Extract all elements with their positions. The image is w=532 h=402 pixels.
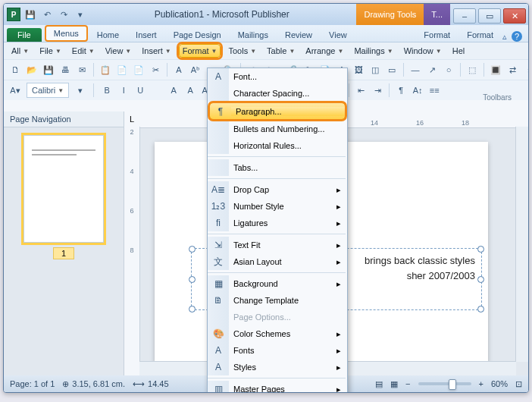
context-tab-drawing-tools[interactable]: Drawing Tools — [356, 4, 424, 25]
toolbar1-btn-11[interactable]: A — [172, 63, 186, 77]
format-menu-item-fonts[interactable]: AFonts▸ — [208, 342, 347, 359]
toolbar2-btn-22[interactable]: ≡≡ — [427, 83, 441, 97]
menu-file[interactable]: File▼ — [36, 45, 64, 57]
qat-undo-icon[interactable]: ↶ — [40, 8, 54, 21]
tab-home[interactable]: Home — [89, 28, 127, 42]
toolbar2-btn-5[interactable]: A — [183, 83, 197, 97]
toolbar2-btn-21[interactable]: A↕ — [411, 83, 424, 97]
toolbar1-right-btn-12[interactable]: ⬚ — [465, 63, 479, 77]
menu-arrange[interactable]: Arrange▼ — [302, 45, 346, 57]
toolbar2-btn-0[interactable]: B — [100, 83, 114, 97]
toolbar2-btn-18[interactable]: ⇥ — [371, 83, 384, 97]
context-tab-text[interactable]: T... — [424, 4, 450, 25]
minimize-button[interactable]: – — [453, 8, 476, 24]
menu-mailings[interactable]: Mailings▼ — [351, 45, 396, 57]
format-menu-item-background[interactable]: ▦Background▸ — [208, 275, 347, 292]
toolbar1-btn-7[interactable]: 📄 — [115, 63, 129, 77]
close-button[interactable]: ✕ — [503, 8, 526, 24]
context-subtab-format-2[interactable]: Format — [459, 28, 501, 42]
format-menu-item-tabs[interactable]: Tabs... — [208, 159, 347, 176]
tab-review[interactable]: Review — [277, 28, 320, 42]
format-menu-item-ligatures[interactable]: fiLigatures▸ — [208, 215, 347, 231]
font-size-dropdown[interactable]: ▾ — [74, 83, 87, 97]
status-page[interactable]: Page: 1 of 1 — [10, 379, 55, 388]
menu-format[interactable]: Format▼ — [179, 44, 221, 58]
toolbar2-btn-3[interactable] — [150, 83, 164, 97]
toolbar1-btn-9[interactable]: ✂ — [149, 63, 162, 77]
ruler-corner-icon[interactable]: L — [124, 111, 140, 127]
qat-more-icon[interactable]: ▾ — [74, 8, 87, 21]
toolbar2-btn-17[interactable]: ⇤ — [354, 83, 368, 97]
format-menu-item-paragraph[interactable]: ¶Paragraph... — [209, 102, 346, 120]
resize-handle[interactable] — [477, 306, 484, 312]
view-spread-icon[interactable]: ▦ — [390, 379, 398, 389]
toolbar1-right-btn-14[interactable]: 🔳 — [489, 63, 502, 77]
toolbar1-btn-4[interactable]: ✉ — [75, 63, 89, 77]
format-menu-item-horizontal-rules[interactable]: Horizontal Rules... — [208, 137, 347, 154]
toolbar2-btn-1[interactable]: I — [117, 83, 130, 97]
toolbar1-btn-0[interactable]: 🗋 — [8, 63, 22, 77]
toolbar1-right-btn-5[interactable]: ◫ — [368, 63, 382, 77]
toolbar1-right-btn-15[interactable]: ⇄ — [505, 63, 519, 77]
resize-handle[interactable] — [189, 306, 196, 312]
toolbar1-btn-1[interactable]: 📂 — [25, 63, 39, 77]
qat-save-icon[interactable]: 💾 — [23, 8, 37, 21]
tab-page-design[interactable]: Page Design — [166, 28, 229, 42]
resize-handle[interactable] — [189, 276, 196, 283]
format-menu-item-font[interactable]: AFont... — [208, 68, 347, 85]
toolbar1-btn-2[interactable]: 💾 — [42, 63, 55, 77]
menu-view[interactable]: View▼ — [102, 45, 135, 57]
toolbar1-btn-8[interactable]: 📄 — [132, 63, 146, 77]
maximize-button[interactable]: ▭ — [478, 8, 501, 24]
app-icon[interactable]: P — [7, 8, 20, 21]
tab-mailings[interactable]: Mailings — [230, 28, 276, 42]
resize-handle[interactable] — [477, 276, 484, 283]
view-single-icon[interactable]: ▤ — [375, 379, 383, 389]
page-thumbnail[interactable] — [23, 135, 104, 243]
zoom-slider[interactable] — [418, 382, 471, 385]
menu-insert[interactable]: Insert▼ — [139, 45, 174, 57]
menu-tools[interactable]: Tools▼ — [225, 45, 259, 57]
menu-window[interactable]: Window▼ — [401, 45, 445, 57]
toolbar1-right-btn-8[interactable]: — — [408, 63, 422, 77]
format-menu-item-bullets-and-numbering[interactable]: Bullets and Numbering... — [208, 121, 347, 137]
toolbar1-btn-12[interactable]: Aᵇ — [189, 63, 202, 77]
toolbar1-btn-6[interactable]: 📋 — [99, 63, 112, 77]
toolbar1-right-btn-10[interactable]: ○ — [442, 63, 455, 77]
toolbar1-right-btn-9[interactable]: ↗ — [425, 63, 439, 77]
zoom-fit-icon[interactable]: ⊡ — [515, 379, 522, 389]
ribbon-minimize-icon[interactable]: ▵ — [502, 32, 507, 42]
toolbar1-right-btn-4[interactable]: 🖼 — [352, 63, 365, 77]
format-menu-item-change-template[interactable]: 🗎Change Template — [208, 292, 347, 309]
format-menu-item-color-schemes[interactable]: 🎨Color Schemes▸ — [208, 325, 347, 342]
zoom-out-button[interactable]: − — [405, 379, 410, 388]
context-subtab-format-1[interactable]: Format — [416, 28, 458, 42]
format-menu-item-character-spacing[interactable]: Character Spacing... — [208, 85, 347, 102]
format-menu-item-number-style[interactable]: 1₂3Number Style▸ — [208, 198, 347, 215]
format-menu-item-asian-layout[interactable]: 文Asian Layout▸ — [208, 253, 347, 270]
tab-file[interactable]: File — [7, 28, 42, 42]
format-menu-item-text-fit[interactable]: ⇲Text Fit▸ — [208, 237, 347, 253]
qat-redo-icon[interactable]: ↷ — [57, 8, 70, 21]
resize-handle[interactable] — [189, 246, 196, 253]
menu-edit[interactable]: Edit▼ — [69, 45, 98, 57]
format-menu-item-drop-cap[interactable]: A≣Drop Cap▸ — [208, 181, 347, 198]
resize-handle[interactable] — [477, 246, 484, 253]
font-name-box[interactable]: Calibri ▼ — [27, 83, 69, 98]
menu-all[interactable]: All▼ — [8, 45, 32, 57]
toolbar2-btn-4[interactable]: A — [167, 83, 180, 97]
toolbar1-right-btn-16[interactable]: ↕ — [522, 63, 529, 77]
zoom-percent[interactable]: 60% — [491, 379, 508, 388]
toolbar2-btn-20[interactable]: ¶ — [394, 83, 408, 97]
tab-insert[interactable]: Insert — [128, 28, 164, 42]
format-menu-item-master-pages[interactable]: ▥Master Pages▸ — [208, 381, 347, 393]
toolbar1-right-btn-6[interactable]: ▭ — [385, 63, 399, 77]
font-dropdown-icon[interactable]: A▾ — [8, 83, 22, 97]
tab-menus[interactable]: Menus — [45, 25, 88, 42]
format-menu-item-styles[interactable]: AStyles▸ — [208, 359, 347, 375]
toolbar1-btn-3[interactable]: 🖶 — [58, 63, 72, 77]
menu-table[interactable]: Table▼ — [264, 45, 298, 57]
menu-help[interactable]: Hel — [449, 45, 468, 57]
tab-view[interactable]: View — [321, 28, 355, 42]
zoom-in-button[interactable]: + — [479, 379, 483, 388]
